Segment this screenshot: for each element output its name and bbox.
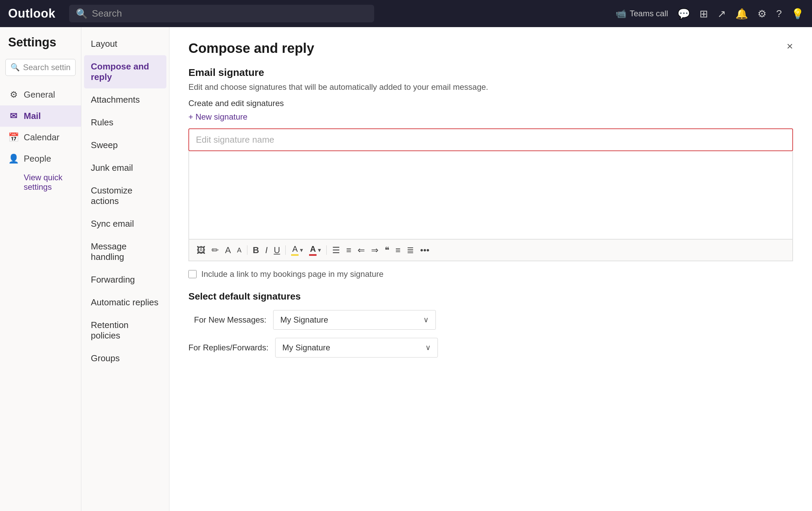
sig-name-input[interactable] <box>188 128 793 151</box>
bell-icon[interactable]: 🔔 <box>735 8 748 20</box>
share-icon[interactable]: ↗ <box>717 8 726 20</box>
teams-call-label: Teams call <box>630 9 668 18</box>
sub-nav-attachments[interactable]: Attachments <box>81 88 169 111</box>
toolbar-bold-button[interactable]: B <box>251 244 261 257</box>
topbar-actions: 📹 Teams call 💬 ⊞ ↗ 🔔 ⚙ ? 💡 <box>615 8 804 20</box>
grid-icon[interactable]: ⊞ <box>699 8 708 20</box>
toolbar-fontcolor-button[interactable]: A ▾ <box>307 243 323 257</box>
search-settings-icon: 🔍 <box>11 63 20 72</box>
email-signature-section: Email signature Edit and choose signatur… <box>188 67 793 279</box>
toolbar-numbering-button[interactable]: ≡ <box>344 244 353 257</box>
toolbar-align-left-button[interactable]: ≡ <box>393 244 403 257</box>
toolbar-divider-1 <box>247 245 247 255</box>
new-messages-row: For New Messages: My Signature ∨ <box>188 310 793 330</box>
chat-icon[interactable]: 💬 <box>677 8 690 20</box>
select-defaults-title: Select default signatures <box>188 291 793 302</box>
sub-nav-retention[interactable]: Retention policies <box>81 314 169 347</box>
replies-label: For Replies/Forwards: <box>188 343 268 352</box>
toolbar-fontsize-button[interactable]: A <box>223 244 233 257</box>
sub-nav-rules[interactable]: Rules <box>81 111 169 134</box>
sidebar-item-label-people: People <box>24 154 51 164</box>
toolbar-highlight-button[interactable]: A ▾ <box>289 243 305 257</box>
new-messages-label: For New Messages: <box>188 315 266 325</box>
sidebar-item-general[interactable]: ⚙ General <box>0 84 81 105</box>
sidebar: Settings 🔍 ⚙ General ✉ Mail 📅 Calendar 👤… <box>0 27 81 511</box>
close-button[interactable]: × <box>787 41 793 52</box>
people-icon: 👤 <box>8 154 19 164</box>
teams-call-button[interactable]: 📹 Teams call <box>615 8 668 19</box>
calendar-icon: 📅 <box>8 132 19 143</box>
toolbar-underline-button[interactable]: U <box>272 244 282 257</box>
toolbar-pen-button[interactable]: ✏ <box>209 244 221 257</box>
sub-nav-compose[interactable]: Compose and reply <box>84 55 166 88</box>
toolbar-indent-button[interactable]: ⇒ <box>369 244 381 257</box>
general-icon: ⚙ <box>8 89 19 100</box>
topbar: Outlook 🔍 📹 Teams call 💬 ⊞ ↗ 🔔 ⚙ ? 💡 <box>0 0 812 27</box>
content-area: Compose and reply × Email signature Edit… <box>169 27 812 511</box>
toolbar-quote-button[interactable]: ❝ <box>383 244 391 257</box>
sidebar-item-mail[interactable]: ✉ Mail <box>0 105 81 127</box>
sub-nav-sync[interactable]: Sync email <box>81 212 169 235</box>
editor-wrapper: 🖼 ✏ A A B I U A <box>188 151 793 261</box>
video-icon: 📹 <box>615 8 626 19</box>
email-signature-desc: Edit and choose signatures that will be … <box>188 82 793 92</box>
sidebar-item-calendar[interactable]: 📅 Calendar <box>0 127 81 148</box>
sub-nav-junk[interactable]: Junk email <box>81 157 169 179</box>
app-logo: Outlook <box>8 6 62 21</box>
signature-editor[interactable] <box>189 151 793 239</box>
sub-nav-handling[interactable]: Message handling <box>81 235 169 268</box>
new-signature-button[interactable]: + New signature <box>188 112 247 122</box>
toolbar-align-right-button[interactable]: ≣ <box>405 244 416 257</box>
sig-name-wrapper <box>188 128 793 151</box>
search-settings-box[interactable]: 🔍 <box>5 59 76 76</box>
settings-icon[interactable]: ⚙ <box>757 8 767 20</box>
toolbar-outdent-button[interactable]: ⇐ <box>356 244 367 257</box>
search-icon: 🔍 <box>76 8 88 19</box>
sidebar-item-label-general: General <box>24 89 55 100</box>
new-messages-value: My Signature <box>280 315 328 325</box>
search-input[interactable] <box>92 8 367 19</box>
sidebar-item-label-calendar: Calendar <box>24 132 60 143</box>
replies-select[interactable]: My Signature ∨ <box>275 338 438 357</box>
content-header: Compose and reply × <box>188 41 793 56</box>
sidebar-item-label-mail: Mail <box>24 111 41 121</box>
main-layout: Settings 🔍 ⚙ General ✉ Mail 📅 Calendar 👤… <box>0 27 812 511</box>
sub-nav-sweep[interactable]: Sweep <box>81 134 169 157</box>
replies-row: For Replies/Forwards: My Signature ∨ <box>188 338 793 357</box>
bookings-label: Include a link to my bookings page in my… <box>201 269 384 279</box>
bookings-checkbox[interactable] <box>188 270 197 278</box>
toolbar-more-button[interactable]: ••• <box>418 244 431 257</box>
toolbar-divider-2 <box>285 245 286 255</box>
sub-nav-groups[interactable]: Groups <box>81 347 169 370</box>
toolbar-image-button[interactable]: 🖼 <box>195 244 207 257</box>
select-defaults-section: Select default signatures For New Messag… <box>188 291 793 357</box>
page-title: Compose and reply <box>188 41 314 56</box>
sidebar-item-people[interactable]: 👤 People <box>0 148 81 169</box>
search-settings-input[interactable] <box>23 63 70 72</box>
new-messages-select[interactable]: My Signature ∨ <box>273 310 436 330</box>
sub-nav-automatic[interactable]: Automatic replies <box>81 291 169 314</box>
toolbar-fontsize2-button[interactable]: A <box>235 245 243 256</box>
mail-icon: ✉ <box>8 111 19 121</box>
settings-title: Settings <box>0 35 81 59</box>
new-messages-chevron-icon: ∨ <box>423 315 429 324</box>
sub-nav-customize[interactable]: Customize actions <box>81 179 169 212</box>
sub-nav-layout[interactable]: Layout <box>81 33 169 55</box>
email-signature-title: Email signature <box>188 67 793 78</box>
view-quick-settings-link[interactable]: View quick settings <box>0 169 81 195</box>
search-bar[interactable]: 🔍 <box>69 5 374 22</box>
sub-sidebar: Layout Compose and reply Attachments Rul… <box>81 27 169 511</box>
editor-toolbar: 🖼 ✏ A A B I U A <box>189 239 793 261</box>
sub-nav-forwarding[interactable]: Forwarding <box>81 268 169 291</box>
toolbar-bullets-button[interactable]: ☰ <box>330 244 342 257</box>
lightbulb-icon[interactable]: 💡 <box>791 8 804 20</box>
replies-value: My Signature <box>282 343 330 352</box>
replies-chevron-icon: ∨ <box>425 343 431 352</box>
toolbar-italic-button[interactable]: I <box>263 244 269 257</box>
help-icon[interactable]: ? <box>776 8 782 19</box>
toolbar-divider-3 <box>326 245 327 255</box>
create-edit-label: Create and edit signatures <box>188 99 793 108</box>
bookings-checkbox-row: Include a link to my bookings page in my… <box>188 269 793 279</box>
